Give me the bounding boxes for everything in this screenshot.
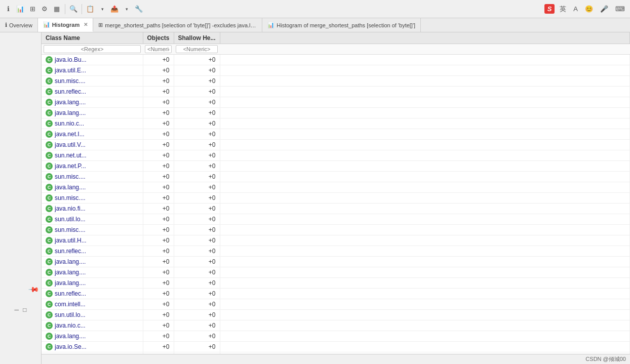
cell-class-name: Csun.reflec... — [42, 289, 143, 299]
maximize-icon[interactable]: □ — [23, 306, 26, 313]
tool-icon[interactable]: 🔧 — [134, 4, 144, 14]
filter-shallow-input[interactable] — [176, 45, 218, 53]
cell-objects: +0 — [143, 65, 174, 76]
table-row[interactable]: Cjava.net.P...+0+0 — [42, 161, 630, 172]
emoji-icon[interactable]: 😊 — [583, 4, 595, 14]
filter-class[interactable] — [42, 44, 143, 55]
class-name-label: java.util.E... — [55, 67, 86, 74]
class-icon: C — [46, 269, 53, 276]
tab-histogram-close[interactable]: ✕ — [84, 22, 88, 27]
table-row[interactable]: Csun.util.lo...+0+0 — [42, 310, 630, 320]
table-row[interactable]: Csun.misc....+0+0 — [42, 225, 630, 235]
table-row[interactable]: Csun.reflec...+0+0 — [42, 87, 630, 97]
table-row[interactable]: Csun.net.ut...+0+0 — [42, 150, 630, 161]
table-row[interactable]: Cjava.util.E...+0+0 — [42, 65, 630, 76]
class-name-label: java.net.I... — [55, 131, 85, 138]
cell-objects: +0 — [143, 235, 174, 246]
class-name-label: java.nio.fi... — [55, 205, 86, 212]
table-row[interactable]: Cjava.lang....+0+0 — [42, 97, 630, 108]
cell-class-name: Csun.misc.... — [42, 76, 143, 87]
export-dropdown-icon[interactable]: ▾ — [122, 4, 132, 14]
lang-switch[interactable]: 英 — [558, 4, 568, 15]
table-row[interactable]: Csun.util.lo...+0+0 — [42, 214, 630, 225]
cell-shallow-heap: +0 — [174, 150, 220, 161]
cell-objects: +0 — [143, 161, 174, 172]
class-icon: C — [46, 237, 53, 244]
mic-icon[interactable]: 🎤 — [598, 4, 610, 14]
cell-class-name: Cjava.io.Se... — [42, 342, 143, 352]
filter-class-input[interactable] — [44, 45, 141, 53]
cell-class-name: Cjava.lang.... — [42, 182, 143, 193]
table-row[interactable]: Ccom.intell...+0+0 — [42, 299, 630, 310]
tab-histogram[interactable]: 📊 Histogram ✕ — [38, 18, 93, 32]
table-row[interactable]: Cjava.lang....+0+0 — [42, 267, 630, 278]
table-row[interactable]: Cjava.nio.fi...+0+0 — [42, 204, 630, 214]
class-icon: C — [46, 99, 53, 106]
divider2 — [82, 4, 82, 14]
tab-overview[interactable]: ℹ Overview — [0, 18, 38, 32]
table-row[interactable]: Cjava.util.V...+0+0 — [42, 140, 630, 150]
text-icon[interactable]: A — [571, 4, 580, 14]
search-icon[interactable]: 🔍 — [68, 4, 78, 14]
dropdown-icon[interactable]: ▾ — [97, 4, 107, 14]
export-icon[interactable]: 📤 — [109, 4, 120, 14]
cell-objects: +0 — [143, 204, 174, 214]
settings-icon[interactable]: ⚙ — [40, 4, 50, 14]
class-icon: C — [46, 67, 53, 74]
info-icon[interactable]: ℹ — [3, 4, 13, 14]
grid-icon[interactable]: ⊞ — [27, 4, 37, 14]
view-icon[interactable]: ▦ — [52, 4, 62, 14]
filter-objects[interactable] — [143, 44, 174, 55]
chart-icon[interactable]: 📊 — [15, 4, 25, 14]
pin-icon[interactable]: 📌 — [28, 283, 40, 295]
cell-objects: +0 — [143, 225, 174, 235]
table-row[interactable]: Cjava.io.Se...+0+0 — [42, 342, 630, 352]
class-icon: C — [46, 343, 53, 350]
table-row[interactable]: Cjava.lang....+0+0 — [42, 278, 630, 289]
class-name-label: sun.util.lo... — [55, 216, 86, 223]
table-row[interactable]: Cjava.lang....+0+0 — [42, 182, 630, 193]
minimize-icon[interactable]: ─ — [15, 306, 19, 313]
cell-extra — [220, 267, 629, 278]
table-row[interactable]: Csun.misc....+0+0 — [42, 76, 630, 87]
scrollable-table[interactable]: Class Name Objects Shallow He... — [42, 32, 630, 354]
tab-histogram-merge[interactable]: 📊 Histogram of merge_shortest_paths [sel… — [262, 18, 421, 32]
cell-class-name: Cjava.lang.... — [42, 257, 143, 267]
filter-shallow[interactable] — [174, 44, 220, 55]
table-row[interactable]: Cjava.lang....+0+0 — [42, 108, 630, 118]
col-objects[interactable]: Objects — [143, 32, 174, 44]
class-icon: C — [46, 279, 53, 287]
filter-objects-input[interactable] — [145, 45, 172, 53]
table-row[interactable]: Cjava.lang....+0+0 — [42, 257, 630, 267]
keyboard-icon[interactable]: ⌨ — [613, 4, 627, 14]
cell-class-name: Csun.misc.... — [42, 172, 143, 182]
bottom-bar-text: CSDN @倾城00 — [585, 355, 626, 363]
cell-class-name: Cjava.net.P... — [42, 161, 143, 172]
cell-objects: +0 — [143, 87, 174, 97]
class-name-label: java.util.V... — [55, 141, 86, 148]
copy-icon[interactable]: 📋 — [85, 4, 95, 14]
class-icon: C — [46, 56, 53, 63]
class-icon: C — [46, 226, 53, 233]
table-row[interactable]: Cjava.io.Bu...+0+0 — [42, 55, 630, 65]
table-row[interactable]: Cjava.lang....+0+0 — [42, 331, 630, 342]
cell-class-name: Cjava.lang.... — [42, 267, 143, 278]
cell-objects: +0 — [143, 193, 174, 204]
table-row[interactable]: Csun.misc....+0+0 — [42, 172, 630, 182]
class-icon: C — [46, 205, 53, 212]
class-icon: C — [46, 173, 53, 180]
tab-merge[interactable]: ⊞ merge_shortest_paths [selection of 'by… — [93, 18, 262, 32]
col-shallow-heap[interactable]: Shallow He... — [174, 32, 220, 44]
table-row[interactable]: Cjava.nio.c...+0+0 — [42, 320, 630, 331]
table-row[interactable]: Cjava.util.H...+0+0 — [42, 235, 630, 246]
class-icon: C — [46, 301, 53, 308]
class-name-label: java.lang.... — [55, 333, 86, 340]
table-row[interactable]: Csun.nio.c...+0+0 — [42, 118, 630, 129]
table-row[interactable]: Csun.reflec...+0+0 — [42, 289, 630, 299]
table-row[interactable]: Csun.reflec...+0+0 — [42, 246, 630, 257]
table-row[interactable]: Cjava.net.I...+0+0 — [42, 129, 630, 140]
main-content: 📌 ─ □ Class Name Objects Shallow He... — [0, 32, 630, 364]
class-icon: C — [46, 290, 53, 297]
col-class-name[interactable]: Class Name — [42, 32, 143, 44]
table-row[interactable]: Csun.misc....+0+0 — [42, 193, 630, 204]
